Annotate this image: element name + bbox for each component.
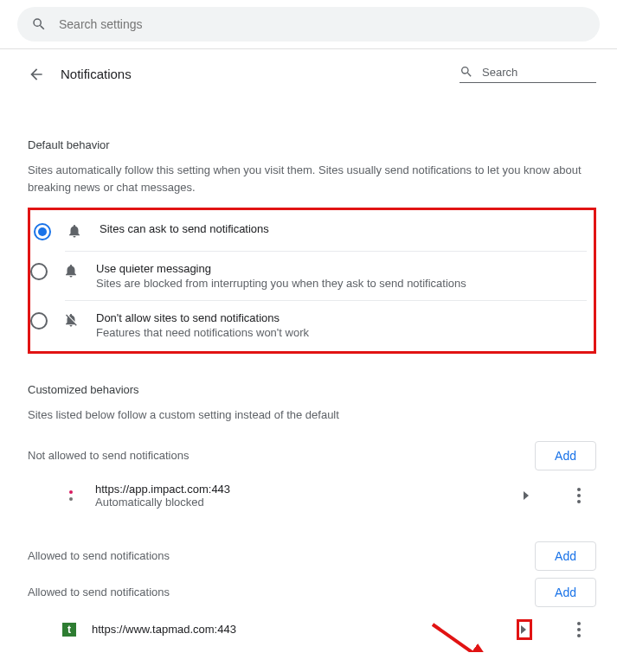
search-settings-bar[interactable]: [17, 7, 600, 42]
radio-option-quieter[interactable]: Use quieter messaging Sites are blocked …: [65, 251, 587, 300]
radio-label: Use quieter messaging: [96, 262, 583, 275]
chevron-right-icon[interactable]: [522, 491, 532, 500]
allowed-label-1: Allowed to send notifications: [28, 549, 535, 562]
back-arrow-icon[interactable]: [28, 66, 45, 83]
add-not-allowed-button[interactable]: Add: [535, 441, 596, 470]
annotation-box-chevron: [517, 619, 532, 640]
search-icon: [31, 16, 47, 32]
add-allowed-button-1[interactable]: Add: [535, 541, 596, 571]
site-row-tapmad[interactable]: t https://www.tapmad.com:443: [28, 607, 596, 652]
radio-label: Don't allow sites to send notifications: [96, 311, 583, 324]
add-allowed-button-2[interactable]: Add: [535, 578, 596, 607]
radio-label: Sites can ask to send notifications: [100, 222, 583, 235]
page-title: Notifications: [61, 67, 444, 81]
bell-off-icon: [63, 312, 80, 328]
radio-sublabel: Sites are blocked from interrupting you …: [96, 277, 583, 290]
bell-icon: [67, 223, 84, 239]
bell-icon: [63, 263, 80, 278]
radio-option-dont-allow[interactable]: Don't allow sites to send notifications …: [65, 300, 587, 349]
allowed-header-2: Allowed to send notifications Add: [28, 578, 596, 607]
annotation-box-default-behavior: Sites can ask to send notifications Use …: [28, 208, 596, 354]
customized-behaviors-title: Customized behaviors: [28, 383, 596, 396]
inline-search[interactable]: Search: [460, 65, 596, 83]
customized-behaviors-desc: Sites listed below follow a custom setti…: [28, 406, 596, 424]
radio-sublabel: Features that need notifications won't w…: [96, 326, 583, 339]
allowed-header-1: Allowed to send notifications Add: [28, 541, 596, 571]
default-behavior-title: Default behavior: [28, 138, 596, 151]
allowed-label-2: Allowed to send notifications: [28, 586, 535, 598]
default-behavior-desc: Sites automatically follow this setting …: [28, 162, 596, 195]
site-url: https://app.impact.com:443: [95, 483, 506, 496]
site-row-impact[interactable]: https://app.impact.com:443 Automatically…: [28, 470, 596, 521]
inline-search-placeholder: Search: [482, 66, 517, 79]
chevron-right-icon[interactable]: [521, 625, 528, 634]
search-settings-input[interactable]: [59, 17, 586, 31]
radio-option-ask[interactable]: Sites can ask to send notifications: [30, 212, 587, 251]
more-options-icon[interactable]: [569, 622, 589, 637]
site-favicon: [62, 487, 80, 504]
search-icon: [460, 65, 473, 79]
not-allowed-label: Not allowed to send notifications: [28, 449, 535, 462]
not-allowed-header: Not allowed to send notifications Add: [28, 441, 596, 470]
site-sublabel: Automatically blocked: [95, 496, 506, 509]
radio-button[interactable]: [30, 263, 48, 280]
more-options-icon[interactable]: [569, 488, 589, 503]
site-url: https://www.tapmad.com:443: [92, 623, 501, 636]
site-favicon: t: [62, 623, 76, 637]
radio-button[interactable]: [30, 312, 48, 330]
radio-button[interactable]: [34, 223, 51, 240]
